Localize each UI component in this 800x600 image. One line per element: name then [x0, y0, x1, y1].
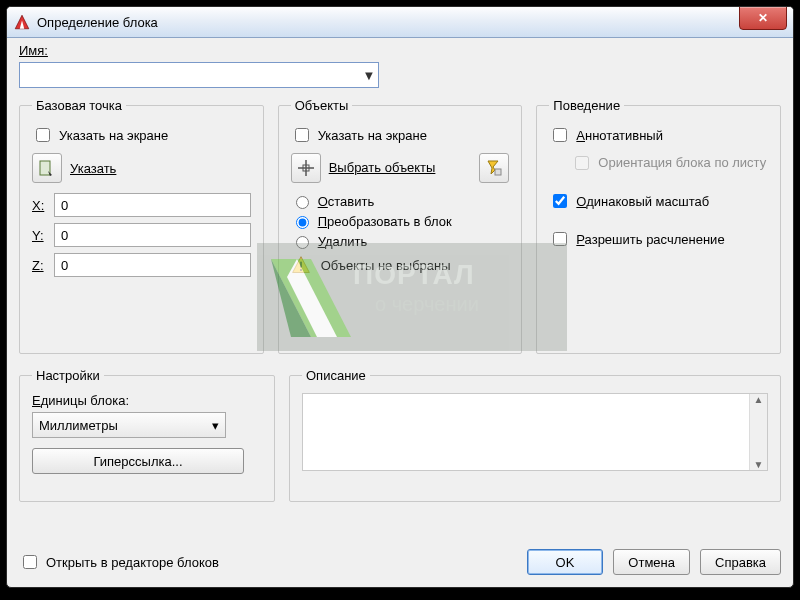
pick-point-button[interactable]: [32, 153, 62, 183]
titlebar: Определение блока ✕: [7, 7, 793, 38]
name-row: Имя: ▼: [19, 43, 379, 88]
chevron-down-icon: ▾: [212, 418, 219, 433]
units-value: Миллиметры: [39, 418, 118, 433]
base-onscreen-label: Указать на экране: [59, 128, 168, 143]
base-onscreen-input[interactable]: [36, 128, 50, 142]
name-label: Имя:: [19, 43, 379, 58]
z-input[interactable]: [54, 253, 251, 277]
cancel-button[interactable]: Отмена: [613, 549, 690, 575]
group-base-point: Базовая точка Указать на экране Указать …: [19, 98, 264, 354]
name-combobox[interactable]: ▼: [19, 62, 379, 88]
svg-rect-2: [495, 169, 501, 175]
objects-onscreen-checkbox[interactable]: Указать на экране: [291, 125, 510, 145]
group-objects-legend: Объекты: [291, 98, 353, 113]
description-textarea[interactable]: ▲▼: [302, 393, 768, 471]
convert-radio[interactable]: Преобразовать в блок: [291, 213, 510, 229]
help-button[interactable]: Справка: [700, 549, 781, 575]
group-settings-legend: Настройки: [32, 368, 104, 383]
group-description: Описание ▲▼: [289, 368, 781, 502]
pick-point-label: Указать: [70, 161, 116, 176]
app-icon: [13, 13, 31, 31]
delete-radio[interactable]: Удалить: [291, 233, 510, 249]
select-objects-button[interactable]: [291, 153, 321, 183]
scrollbar[interactable]: ▲▼: [749, 394, 767, 470]
svg-rect-0: [40, 161, 50, 175]
ok-button[interactable]: OK: [527, 549, 604, 575]
svg-rect-4: [300, 269, 302, 271]
allow-explode-checkbox[interactable]: Разрешить расчленение: [549, 229, 768, 249]
hyperlink-button[interactable]: Гиперссылка...: [32, 448, 244, 474]
units-label: Единицы блока:: [32, 393, 262, 408]
dialog-content: Имя: ▼ Базовая точка Указать на экране У…: [19, 43, 781, 575]
y-label: Y:: [32, 228, 46, 243]
retain-radio[interactable]: Оставить: [291, 193, 510, 209]
orientation-checkbox: Ориентация блока по листу: [571, 153, 768, 173]
group-objects: Объекты Указать на экране Выбрать объект…: [278, 98, 523, 354]
name-input[interactable]: [20, 64, 360, 86]
close-icon: ✕: [758, 11, 768, 25]
open-in-editor-checkbox[interactable]: Открыть в редакторе блоков: [19, 552, 219, 572]
group-behavior: Поведение Аннотативный Ориентация блока …: [536, 98, 781, 354]
z-label: Z:: [32, 258, 46, 273]
objects-onscreen-label: Указать на экране: [318, 128, 427, 143]
crosshair-icon: [297, 159, 315, 177]
scroll-up-icon[interactable]: ▲: [754, 394, 764, 405]
dialog-title: Определение блока: [37, 15, 787, 30]
scroll-down-icon[interactable]: ▼: [754, 459, 764, 470]
x-input[interactable]: [54, 193, 251, 217]
group-settings: Настройки Единицы блока: Миллиметры ▾ Ги…: [19, 368, 275, 502]
uniform-scale-checkbox[interactable]: Одинаковый масштаб: [549, 191, 768, 211]
svg-rect-3: [300, 262, 302, 268]
group-description-legend: Описание: [302, 368, 370, 383]
quick-select-icon: [485, 159, 503, 177]
group-behavior-legend: Поведение: [549, 98, 624, 113]
x-label: X:: [32, 198, 46, 213]
annotative-checkbox[interactable]: Аннотативный: [549, 125, 768, 145]
close-button[interactable]: ✕: [739, 6, 787, 30]
y-input[interactable]: [54, 223, 251, 247]
base-onscreen-checkbox[interactable]: Указать на экране: [32, 125, 251, 145]
dialog-window: Определение блока ✕ Имя: ▼ Базовая точка…: [6, 6, 794, 588]
objects-warning: Объекты не выбраны: [291, 255, 510, 275]
pick-point-icon: [38, 159, 56, 177]
warning-icon: [291, 255, 311, 275]
units-select[interactable]: Миллиметры ▾: [32, 412, 226, 438]
objects-onscreen-input[interactable]: [295, 128, 309, 142]
quick-select-button[interactable]: [479, 153, 509, 183]
group-base-point-legend: Базовая точка: [32, 98, 126, 113]
chevron-down-icon[interactable]: ▼: [360, 68, 378, 83]
select-objects-label: Выбрать объекты: [329, 161, 419, 176]
objects-warning-text: Объекты не выбраны: [321, 258, 451, 273]
